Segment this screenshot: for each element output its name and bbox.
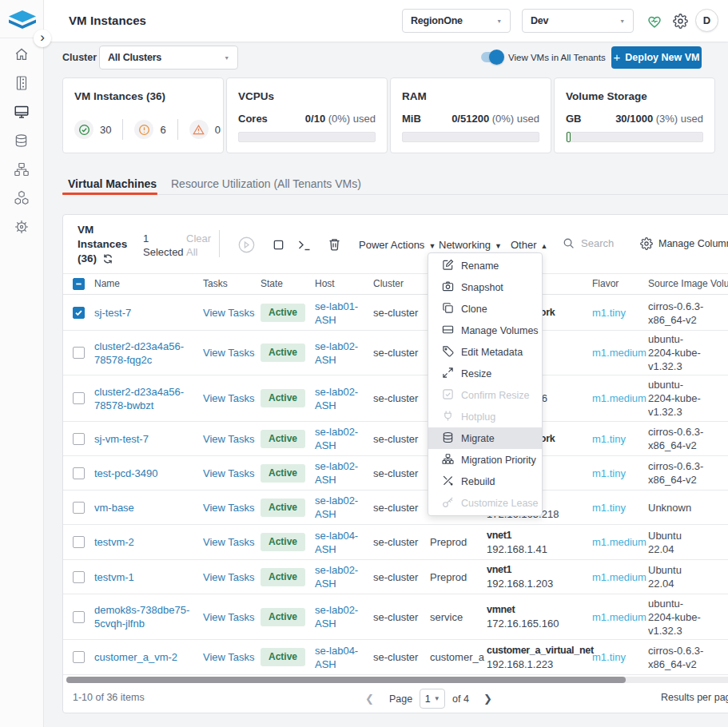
vm-name-link[interactable]: customer_a_vm-2 <box>94 651 177 663</box>
vm-name-link[interactable]: cluster2-d23a4a56-78578-fqg2c <box>94 340 184 366</box>
flavor-link[interactable]: m1.tiny <box>592 307 626 319</box>
row-checkbox[interactable] <box>73 467 85 479</box>
host-link[interactable]: se-lab01-ASH <box>315 300 358 326</box>
stop-vm-icon[interactable] <box>273 239 284 254</box>
prev-page-icon[interactable]: ❮ <box>360 689 379 708</box>
manage-columns-button[interactable]: Manage Columns <box>640 237 728 250</box>
row-checkbox[interactable] <box>73 571 85 583</box>
flavor-link[interactable]: m1.medium <box>592 347 646 359</box>
vm-name-link[interactable]: test-pcd-3490 <box>94 467 158 479</box>
host-link[interactable]: se-lab02-ASH <box>315 495 358 520</box>
vm-name-link[interactable]: sj-test-7 <box>94 307 131 319</box>
console-icon[interactable] <box>298 240 311 254</box>
menu-item-migration-priority[interactable]: Migration Priority <box>428 449 542 471</box>
start-vm-icon[interactable] <box>237 236 256 257</box>
vm-name-link[interactable]: demok8s-738dbe75-5cvqh-jlfnb <box>94 604 189 630</box>
health-heart-icon[interactable] <box>646 14 662 30</box>
flavor-link[interactable]: m1.medium <box>592 392 646 404</box>
view-tasks-link[interactable]: View Tasks <box>203 571 255 583</box>
flavor-link[interactable]: m1.tiny <box>592 502 626 514</box>
view-tasks-link[interactable]: View Tasks <box>203 467 255 479</box>
host-link[interactable]: se-lab02-ASH <box>315 564 358 590</box>
other-menu[interactable]: Other▲ <box>511 239 547 251</box>
column-header-flavor[interactable]: Flavor <box>592 277 648 291</box>
menu-item-manage-volumes[interactable]: Manage Volumes <box>428 320 542 341</box>
flavor-link[interactable]: m1.tiny <box>592 433 626 445</box>
sidebar-item-virtual-machines[interactable] <box>0 97 42 126</box>
column-header-source-image[interactable]: Source Image <box>648 277 710 291</box>
row-checkbox[interactable] <box>73 392 85 404</box>
vm-name-link[interactable]: cluster2-d23a4a56-78578-bwbzt <box>94 386 184 411</box>
column-header-name[interactable]: Name <box>94 277 203 291</box>
view-tasks-link[interactable]: View Tasks <box>203 536 255 548</box>
sidebar-item-storage[interactable] <box>0 126 42 155</box>
flavor-link[interactable]: m1.medium <box>592 536 646 548</box>
page-select[interactable]: 1▼ <box>420 689 445 709</box>
view-tasks-link[interactable]: View Tasks <box>203 502 255 514</box>
region-select[interactable]: RegionOne▼ <box>402 9 511 33</box>
host-link[interactable]: se-lab04-ASH <box>315 530 358 555</box>
row-checkbox[interactable] <box>73 536 85 548</box>
deploy-new-vm-button[interactable]: +Deploy New VM <box>611 46 702 69</box>
view-tasks-link[interactable]: View Tasks <box>203 611 255 623</box>
select-all-checkbox[interactable] <box>73 278 85 290</box>
menu-item-rebuild[interactable]: Rebuild <box>428 471 542 492</box>
row-checkbox[interactable] <box>73 502 85 514</box>
scrollbar-thumb[interactable] <box>66 677 626 683</box>
row-checkbox[interactable] <box>73 611 85 623</box>
host-link[interactable]: se-lab02-ASH <box>315 604 358 630</box>
menu-item-migrate[interactable]: Migrate <box>428 427 542 449</box>
view-tasks-link[interactable]: View Tasks <box>203 307 255 319</box>
tab-virtual-machines[interactable]: Virtual Machines <box>68 177 157 190</box>
sidebar-expand-button[interactable]: › <box>34 30 51 47</box>
column-header-cluster[interactable]: Cluster <box>373 277 430 291</box>
row-checkbox[interactable] <box>73 433 85 445</box>
flavor-link[interactable]: m1.tiny <box>592 651 626 663</box>
tab-resource-utilization[interactable]: Resource Utilization (All Tenants VMs) <box>171 177 361 190</box>
column-header-volume[interactable]: Volume <box>710 277 728 291</box>
menu-item-rename[interactable]: Rename <box>428 255 542 276</box>
view-tasks-link[interactable]: View Tasks <box>203 392 255 404</box>
menu-item-edit-metadata[interactable]: Edit Metadata <box>428 341 542 363</box>
vm-name-link[interactable]: sj-vm-test-7 <box>94 433 149 445</box>
view-tasks-link[interactable]: View Tasks <box>203 347 255 359</box>
vm-name-link[interactable]: testvm-1 <box>94 571 134 583</box>
host-link[interactable]: se-lab04-ASH <box>315 645 358 670</box>
next-page-icon[interactable]: ❯ <box>479 689 497 708</box>
menu-item-resize[interactable]: Resize <box>428 363 542 384</box>
flavor-link[interactable]: m1.medium <box>592 611 646 623</box>
refresh-icon[interactable] <box>102 253 113 268</box>
host-link[interactable]: se-lab02-ASH <box>315 340 358 366</box>
view-tasks-link[interactable]: View Tasks <box>203 433 255 445</box>
user-avatar[interactable]: D <box>695 9 718 32</box>
vm-name-link[interactable]: vm-base <box>94 502 134 514</box>
sidebar-item-network[interactable] <box>0 155 42 184</box>
horizontal-scrollbar[interactable] <box>66 677 728 683</box>
flavor-link[interactable]: m1.medium <box>592 571 646 583</box>
search-input[interactable]: Search <box>563 237 614 249</box>
host-link[interactable]: se-lab02-ASH <box>315 426 358 451</box>
tenant-select[interactable]: Dev▼ <box>522 9 634 33</box>
row-checkbox[interactable] <box>73 307 85 319</box>
row-checkbox[interactable] <box>73 651 85 663</box>
delete-icon[interactable] <box>328 238 340 254</box>
sidebar-item-kubernetes[interactable] <box>0 213 42 241</box>
row-checkbox[interactable] <box>73 347 85 359</box>
menu-item-clone[interactable]: Clone <box>428 298 542 320</box>
vm-name-link[interactable]: testvm-2 <box>94 536 134 548</box>
sidebar-item-tenants[interactable] <box>0 184 42 213</box>
host-link[interactable]: se-lab02-ASH <box>315 460 358 486</box>
flavor-link[interactable]: m1.tiny <box>592 467 626 479</box>
view-tasks-link[interactable]: View Tasks <box>203 651 255 663</box>
column-header-state[interactable]: State <box>261 277 315 291</box>
cluster-select[interactable]: All Clusters▼ <box>99 46 238 70</box>
column-header-host[interactable]: Host <box>315 277 373 291</box>
menu-item-snapshot[interactable]: Snapshot <box>428 276 542 298</box>
all-tenants-toggle[interactable] <box>481 52 502 62</box>
sidebar-item-infrastructure[interactable] <box>0 69 42 97</box>
networking-menu[interactable]: Networking▼ <box>439 239 502 251</box>
host-link[interactable]: se-lab02-ASH <box>315 386 358 411</box>
power-actions-menu[interactable]: Power Actions▼ <box>359 239 436 251</box>
column-header-tasks[interactable]: Tasks <box>203 277 261 291</box>
clear-all-button[interactable]: ClearAll <box>186 232 211 259</box>
